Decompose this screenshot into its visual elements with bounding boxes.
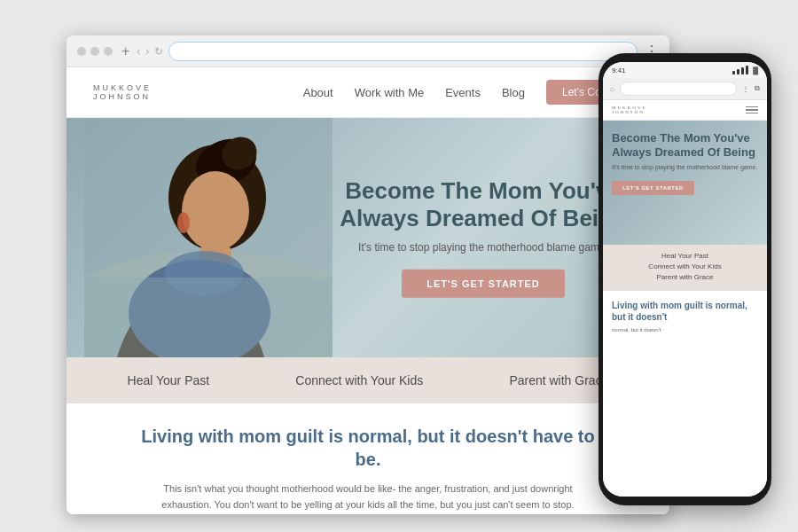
refresh-icon[interactable]: ↻ bbox=[154, 45, 163, 58]
phone-hero-title: Become The Mom You've Always Dreamed Of … bbox=[612, 131, 758, 159]
logo-script: Mukkove bbox=[93, 83, 152, 92]
phone-site-nav: Mukkove JOHNSON bbox=[603, 100, 767, 121]
nav-about[interactable]: About bbox=[303, 86, 333, 99]
address-bar[interactable] bbox=[168, 42, 638, 61]
body-section: Living with mom guilt is normal, but it … bbox=[66, 403, 669, 514]
hero-cta-button[interactable]: LET'S GET STARTED bbox=[402, 270, 565, 298]
phone-body-title: Living with mom guilt is normal, but it … bbox=[612, 300, 758, 323]
browser-chrome: + ‹ › ↻ ⋮ bbox=[66, 35, 669, 67]
new-tab-button[interactable]: + bbox=[121, 43, 129, 59]
links-bar-connect[interactable]: Connect with Your Kids bbox=[295, 373, 423, 387]
phone-logo-sub: JOHNSON bbox=[612, 110, 647, 114]
nav-work[interactable]: Work with Me bbox=[355, 86, 425, 99]
phone-device: 9:41 ▓ ⌂ ⋮ ⧉ Mukkove JOHNSON bbox=[598, 53, 771, 505]
nav-blog[interactable]: Blog bbox=[502, 86, 525, 99]
hamburger-line-2 bbox=[746, 109, 758, 111]
browser-dot-expand[interactable] bbox=[104, 47, 113, 56]
browser-dot-close[interactable] bbox=[77, 47, 86, 56]
svg-rect-11 bbox=[84, 278, 332, 357]
forward-arrow[interactable]: › bbox=[145, 45, 149, 58]
links-bar-parent[interactable]: Parent with Grace bbox=[509, 373, 608, 387]
phone-back-icon[interactable]: ⌂ bbox=[610, 85, 614, 93]
phone-body-text: normal, but it doesn't bbox=[612, 326, 758, 334]
phone-link-connect[interactable]: Connect with Your Kids bbox=[612, 262, 758, 270]
nav-events[interactable]: Events bbox=[445, 86, 481, 99]
browser-dots bbox=[77, 47, 113, 56]
phone-screen: 9:41 ▓ ⌂ ⋮ ⧉ Mukkove JOHNSON bbox=[603, 62, 767, 497]
browser-dot-minimize[interactable] bbox=[90, 47, 99, 56]
phone-browser-bar: ⌂ ⋮ ⧉ bbox=[603, 78, 767, 100]
back-arrow[interactable]: ‹ bbox=[137, 45, 140, 58]
hero-content: Become The Mom You've Always Dreamed Of … bbox=[324, 177, 643, 298]
desktop-website: Mukkove JOHNSON About Work with Me Event… bbox=[66, 67, 669, 514]
phone-links-bar: Heal Your Past Connect with Your Kids Pa… bbox=[603, 245, 767, 291]
hero-section: Become The Mom You've Always Dreamed Of … bbox=[66, 118, 669, 357]
phone-signal: ▓ bbox=[732, 66, 758, 74]
signal-bar-1 bbox=[732, 71, 735, 74]
battery-icon: ▓ bbox=[753, 66, 758, 74]
hero-subtitle: It's time to stop playing the motherhood… bbox=[324, 241, 643, 254]
site-logo: Mukkove JOHNSON bbox=[93, 83, 152, 101]
body-title: Living with mom guilt is normal, but it … bbox=[137, 425, 598, 471]
phone-address-bar[interactable] bbox=[620, 82, 737, 96]
logo-sub: JOHNSON bbox=[93, 92, 152, 101]
hero-person-image bbox=[66, 118, 350, 357]
signal-bar-4 bbox=[746, 66, 748, 74]
browser-nav: ‹ › ↻ bbox=[137, 42, 638, 61]
phone-tabs-icon[interactable]: ⧉ bbox=[755, 84, 760, 93]
phone-time: 9:41 bbox=[612, 66, 626, 74]
phone-link-parent[interactable]: Parent with Grace bbox=[612, 273, 758, 281]
phone-website: Mukkove JOHNSON Become The Mom You've Al… bbox=[603, 100, 767, 497]
signal-bar-2 bbox=[737, 69, 739, 74]
links-bar: Heal Your Past Connect with Your Kids Pa… bbox=[66, 357, 669, 403]
hamburger-line-3 bbox=[746, 113, 758, 114]
hamburger-menu[interactable] bbox=[746, 106, 758, 114]
body-text: This isn't what you thought motherhood w… bbox=[137, 481, 598, 512]
browser-window: + ‹ › ↻ ⋮ Mukkove JOHNSON About Work wit… bbox=[66, 35, 669, 514]
phone-hero-subtitle: It's time to stop playing the motherhood… bbox=[612, 164, 758, 170]
svg-point-10 bbox=[177, 212, 190, 233]
phone-link-heal[interactable]: Heal Your Past bbox=[612, 252, 758, 260]
phone-logo: Mukkove JOHNSON bbox=[612, 106, 647, 114]
phone-status-bar: 9:41 ▓ bbox=[603, 62, 767, 78]
links-bar-heal[interactable]: Heal Your Past bbox=[128, 373, 210, 387]
hamburger-line-1 bbox=[746, 106, 758, 108]
phone-hero: Become The Mom You've Always Dreamed Of … bbox=[603, 121, 767, 245]
signal-bar-3 bbox=[741, 67, 744, 74]
phone-body: Living with mom guilt is normal, but it … bbox=[603, 291, 767, 497]
phone-hero-btn[interactable]: LET'S GET STARTED bbox=[612, 181, 694, 195]
hero-title: Become The Mom You've Always Dreamed Of … bbox=[324, 177, 643, 232]
svg-point-6 bbox=[182, 171, 249, 251]
site-nav: Mukkove JOHNSON About Work with Me Event… bbox=[66, 67, 669, 118]
nav-links: About Work with Me Events Blog Let's Con… bbox=[303, 80, 643, 105]
phone-browser-menu[interactable]: ⋮ bbox=[742, 85, 749, 93]
